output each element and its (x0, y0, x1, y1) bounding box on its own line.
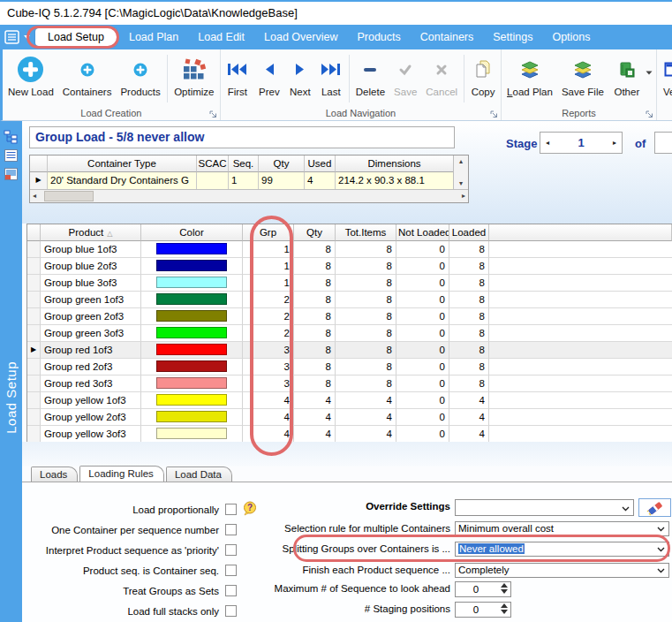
cell-grp[interactable]: 1 (243, 275, 294, 292)
cell-color[interactable] (141, 241, 243, 258)
cell-product[interactable]: Group red 1of3 (41, 342, 141, 359)
cell-product[interactable]: Group yellow 2of3 (41, 409, 141, 426)
selection-rule-dropdown[interactable]: Minimum overall cost (455, 521, 669, 536)
clear-override-button[interactable] (638, 498, 671, 517)
column-header-qty[interactable]: Qty (259, 156, 305, 172)
cell-loaded[interactable]: 8 (449, 375, 489, 392)
scroll-left-icon[interactable]: ◂ (33, 192, 36, 200)
container-table-vscrollbar[interactable]: ▴ ▾ (453, 156, 468, 189)
save-button[interactable]: Save (389, 51, 421, 106)
cell-grp[interactable]: 3 (243, 359, 294, 375)
row-indicator[interactable] (27, 308, 41, 325)
product-row[interactable]: Group blue 1of318808 (27, 241, 672, 258)
product-row[interactable]: Group green 2of328808 (27, 308, 672, 325)
menu-item-load-edit[interactable]: Load Edit (188, 27, 254, 47)
product-row[interactable]: Group green 1of328808 (27, 292, 672, 308)
cell-qty[interactable]: 8 (294, 325, 336, 342)
container-table-hscrollbar[interactable]: ◂ ▸ (30, 189, 468, 202)
cell-color[interactable] (141, 426, 243, 443)
cell-grp[interactable]: 2 (243, 325, 294, 342)
spin-up-icon[interactable] (501, 603, 508, 608)
report-load-plan-button[interactable]: Load Plan (502, 51, 557, 106)
cell-color[interactable] (141, 258, 243, 275)
tree-view-icon[interactable] (4, 130, 19, 144)
cell-qty[interactable]: 8 (294, 342, 336, 359)
cell-used[interactable]: 4 (305, 172, 336, 189)
product-row[interactable]: Group yellow 1of344404 (27, 392, 672, 409)
stage-total-field[interactable] (654, 132, 672, 154)
cell-product[interactable]: Group blue 1of3 (41, 241, 141, 258)
cell-loaded[interactable]: 8 (449, 258, 489, 275)
prev-button[interactable]: Prev (253, 51, 285, 106)
cell-qty[interactable]: 8 (294, 375, 336, 392)
cell-loaded[interactable]: 8 (449, 359, 489, 375)
cell-color[interactable] (141, 292, 243, 308)
column-header-product[interactable]: Product△ (41, 224, 141, 241)
scroll-down-icon[interactable]: ▾ (459, 179, 463, 189)
cell-grp[interactable]: 3 (243, 342, 294, 359)
next-button[interactable]: Next (285, 51, 315, 106)
product-seq-is-container-seq-checkbox[interactable] (225, 565, 237, 576)
scroll-right-icon[interactable]: ▸ (462, 192, 465, 200)
cell-qty[interactable]: 8 (294, 258, 336, 275)
cell-tot_items[interactable]: 4 (336, 392, 396, 409)
column-header-container_type[interactable]: Container Type (48, 156, 197, 172)
dialog-launcher-icon[interactable] (490, 110, 498, 118)
column-header-color[interactable]: Color (141, 224, 243, 241)
report-other-button[interactable]: Other (608, 51, 646, 106)
row-indicator[interactable] (27, 241, 41, 258)
menu-item-load-overview[interactable]: Load Overview (254, 27, 347, 47)
cell-grp[interactable]: 1 (243, 258, 294, 275)
cell-color[interactable] (141, 359, 243, 375)
tab-loading-rules[interactable]: Loading Rules (79, 466, 164, 482)
cell-product[interactable]: Group red 3of3 (41, 375, 141, 392)
cell-loaded[interactable]: 8 (449, 308, 489, 325)
cell-qty[interactable]: 8 (294, 292, 336, 308)
menu-item-load-setup[interactable]: Load Setup (35, 28, 117, 46)
cell-container_type[interactable]: 20' Standard Dry Containers G (48, 172, 197, 189)
tab-loads[interactable]: Loads (31, 466, 78, 482)
copy-button[interactable]: Copy (466, 51, 500, 106)
product-row[interactable]: Group blue 3of318808 (27, 275, 672, 292)
row-indicator[interactable] (27, 359, 41, 375)
cell-not_loaded[interactable]: 0 (396, 292, 449, 308)
cell-color[interactable] (141, 409, 243, 426)
cell-tot_items[interactable]: 8 (336, 325, 396, 342)
column-header-qty[interactable]: Qty (294, 224, 336, 241)
cell-not_loaded[interactable]: 0 (396, 409, 449, 426)
scrollbar-thumb[interactable] (44, 191, 94, 201)
spin-down-icon[interactable] (501, 589, 508, 594)
cell-not_loaded[interactable]: 0 (396, 258, 449, 275)
cell-dimensions[interactable]: 214.2 x 90.3 x 88.1 (336, 172, 454, 189)
product-row[interactable]: Group yellow 3of344404 (27, 426, 672, 443)
finish-sequence-dropdown[interactable]: Completely (455, 563, 669, 578)
menu-item-load-plan[interactable]: Load Plan (119, 27, 188, 47)
cell-not_loaded[interactable]: 0 (396, 241, 449, 258)
cell-qty[interactable]: 8 (294, 308, 336, 325)
row-indicator[interactable]: ▶ (30, 172, 48, 189)
one-container-per-sequence-number-checkbox[interactable] (225, 524, 237, 535)
product-row[interactable]: Group red 3of338808 (27, 375, 672, 392)
cell-tot_items[interactable]: 4 (336, 409, 396, 426)
column-header-loaded[interactable]: Loaded (449, 224, 489, 241)
cell-not_loaded[interactable]: 0 (396, 426, 449, 443)
menu-item-products[interactable]: Products (347, 27, 410, 47)
cell-not_loaded[interactable]: 0 (396, 275, 449, 292)
cell-product[interactable]: Group green 2of3 (41, 308, 141, 325)
dialog-launcher-icon[interactable] (646, 110, 653, 118)
row-indicator[interactable]: ▶ (27, 342, 41, 359)
column-header-scac[interactable]: SCAC (197, 156, 229, 172)
cancel-button[interactable]: Cancel (421, 51, 462, 106)
row-indicator[interactable] (27, 325, 41, 342)
first-button[interactable]: First (222, 51, 253, 106)
report-save-file-button[interactable]: Save File (557, 51, 608, 106)
cell-not_loaded[interactable]: 0 (396, 308, 449, 325)
cell-grp[interactable]: 1 (243, 241, 294, 258)
spin-down-icon[interactable] (501, 610, 508, 614)
cell-loaded[interactable]: 8 (449, 275, 489, 292)
optimize-button[interactable]: Optimize (170, 51, 219, 106)
menu-item-containers[interactable]: Containers (411, 27, 483, 47)
cell-tot_items[interactable]: 8 (336, 292, 396, 308)
cell-grp[interactable]: 2 (243, 308, 294, 325)
cell-color[interactable] (141, 375, 243, 392)
